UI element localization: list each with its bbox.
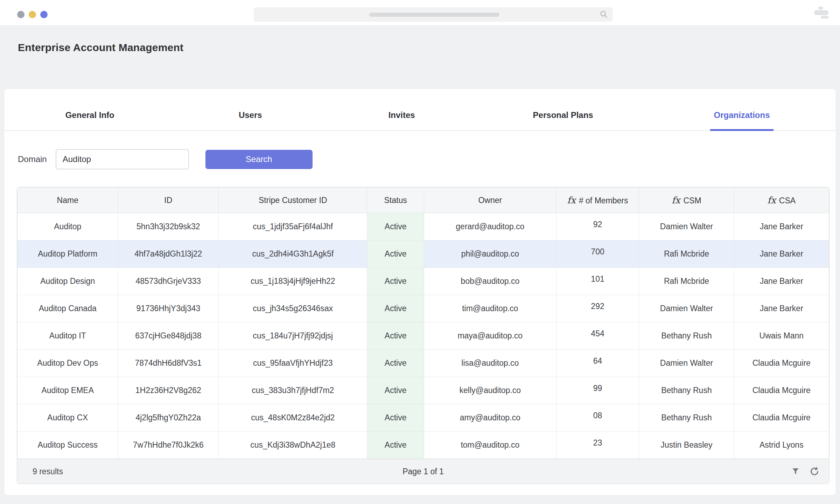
table-row[interactable]: Auditop Dev Ops7874dhH6d8fV3s1cus_95faaV… xyxy=(18,350,829,377)
cell-id: 7w7hHdhe7f0Jk2k6 xyxy=(118,432,219,459)
cell-csa: Astrid Lyons xyxy=(734,432,829,459)
cell-name: Auditop EMEA xyxy=(18,377,118,404)
tab-invites[interactable]: Invites xyxy=(325,110,478,130)
cell-status: Active xyxy=(367,213,424,240)
cell-csm: Justin Beasley xyxy=(639,432,734,459)
menu-bar-icon xyxy=(818,7,823,9)
cell-id: 48573dhGrjeV333 xyxy=(118,268,219,295)
tab-users[interactable]: Users xyxy=(175,110,325,130)
refresh-icon[interactable] xyxy=(810,467,819,476)
tab-label: Users xyxy=(235,110,266,131)
cell-owner: phil@auditop.co xyxy=(424,240,556,268)
cell-stripe_id: cus_184u7jH7jfj92jdjsj xyxy=(219,322,367,350)
window-menu-icon[interactable] xyxy=(814,7,828,19)
filter-icon[interactable] xyxy=(791,467,800,476)
cell-name: Auditop Success xyxy=(18,432,118,459)
cell-stripe_id: cus_Kdj3i38wDhA2j1e8 xyxy=(219,432,367,459)
search-button[interactable]: Search xyxy=(205,150,313,169)
cell-name: Auditop xyxy=(18,213,118,240)
cell-name: Auditop Dev Ops xyxy=(18,350,118,377)
table-row[interactable]: Auditop IT637cjHGe848jdj38cus_184u7jH7jf… xyxy=(18,322,829,350)
cell-id: 7874dhH6d8fV3s1 xyxy=(118,350,219,377)
column-header[interactable]: fxCSM xyxy=(639,188,734,213)
table-row[interactable]: Auditop CX4j2lg5fhgY0Zh22acus_48sK0M2z84… xyxy=(18,404,829,432)
tab-general-info[interactable]: General Info xyxy=(4,110,175,130)
cell-owner: tom@auditop.co xyxy=(424,432,556,459)
cell-status: Active xyxy=(367,404,424,432)
column-header[interactable]: Status xyxy=(367,188,424,213)
page-indicator: Page 1 of 1 xyxy=(17,467,829,476)
cell-members: 292 xyxy=(556,295,639,322)
cell-status: Active xyxy=(367,350,424,377)
domain-input[interactable] xyxy=(56,149,189,169)
cell-id: 4j2lg5fhgY0Zh22a xyxy=(118,404,219,432)
cell-owner: kelly@auditop.co xyxy=(424,377,556,404)
cell-stripe_id: cus_2dh4i4G3h1Agk5f xyxy=(219,240,367,268)
content-card: General InfoUsersInvitesPersonal PlansOr… xyxy=(4,89,836,495)
cell-name: Auditop Platform xyxy=(18,240,118,268)
domain-filter-row: Domain Search xyxy=(18,149,836,169)
table-row[interactable]: Auditop5hn3h3j32b9sk32cus_1jdjf35aFj6f4a… xyxy=(18,213,829,240)
cell-status: Active xyxy=(367,432,424,459)
cell-members: 700 xyxy=(556,240,639,268)
cell-status: Active xyxy=(367,322,424,350)
column-header[interactable]: ID xyxy=(118,188,219,213)
cell-stripe_id: cus_48sK0M2z84e2jd2 xyxy=(219,404,367,432)
tab-label: Invites xyxy=(385,110,419,131)
menu-bar-icon xyxy=(814,10,828,15)
table-row[interactable]: Auditop EMEA1H2z36H2V8g262cus_383u3h7jfj… xyxy=(18,377,829,404)
window-controls xyxy=(17,11,48,18)
column-header[interactable]: Name xyxy=(18,188,118,213)
cell-csa: Jane Barker xyxy=(734,268,829,295)
column-header[interactable]: Stripe Customer ID xyxy=(219,188,367,213)
window-dot-blue[interactable] xyxy=(40,11,48,18)
cell-name: Auditop Design xyxy=(18,268,118,295)
browser-bar xyxy=(0,0,840,25)
table-header-row: NameIDStripe Customer IDStatusOwnerfx# o… xyxy=(18,188,829,213)
cell-members: 101 xyxy=(556,268,639,295)
cell-owner: bob@auditop.co xyxy=(424,268,556,295)
search-icon xyxy=(599,10,609,19)
table-row[interactable]: Auditop Platform4hf7a48jdGh1l3j22cus_2dh… xyxy=(18,240,829,268)
cell-csa: Claudia Mcguire xyxy=(734,350,829,377)
column-header[interactable]: fx# of Members xyxy=(556,188,639,213)
page-title: Enterprise Account Management xyxy=(0,25,840,54)
tabs: General InfoUsersInvitesPersonal PlansOr… xyxy=(4,89,836,131)
organizations-table: NameIDStripe Customer IDStatusOwnerfx# o… xyxy=(17,187,830,484)
cell-csa: Uwais Mann xyxy=(734,322,829,350)
table-row[interactable]: Auditop Success7w7hHdhe7f0Jk2k6cus_Kdj3i… xyxy=(18,432,829,459)
cell-members: 64 xyxy=(556,350,639,377)
column-header[interactable]: fxCSA xyxy=(734,188,829,213)
cell-status: Active xyxy=(367,377,424,404)
table-row[interactable]: Auditop Canada91736HhjY3dj343cus_jh34s5g… xyxy=(18,295,829,322)
cell-csm: Damien Walter xyxy=(639,213,734,240)
cell-stripe_id: cus_1j183j4jHjf9jeHh22 xyxy=(219,268,367,295)
table-footer: 9 results Page 1 of 1 xyxy=(17,459,829,484)
cell-csa: Jane Barker xyxy=(734,295,829,322)
cell-stripe_id: cus_jh34s5g26346sax xyxy=(219,295,367,322)
cell-owner: gerard@auditop.co xyxy=(424,213,556,240)
cell-csm: Damien Walter xyxy=(639,295,734,322)
cell-id: 5hn3h3j32b9sk32 xyxy=(118,213,219,240)
tab-organizations[interactable]: Organizations xyxy=(648,110,836,130)
cell-members: 23 xyxy=(556,432,639,459)
cell-owner: amy@auditop.co xyxy=(424,404,556,432)
tab-label: General Info xyxy=(62,110,118,131)
address-bar[interactable] xyxy=(254,7,613,22)
menu-bar-icon xyxy=(821,16,828,19)
cell-members: 99 xyxy=(556,377,639,404)
cell-id: 1H2z36H2V8g262 xyxy=(118,377,219,404)
table-row[interactable]: Auditop Design48573dhGrjeV333cus_1j183j4… xyxy=(18,268,829,295)
formula-icon: fx xyxy=(672,195,680,205)
tab-personal-plans[interactable]: Personal Plans xyxy=(478,110,648,130)
cell-stripe_id: cus_383u3h7jfjHdf7m2 xyxy=(219,377,367,404)
formula-icon: fx xyxy=(567,195,576,205)
cell-owner: maya@auditop.co xyxy=(424,322,556,350)
cell-stripe_id: cus_1jdjf35aFj6f4alJhf xyxy=(219,213,367,240)
cell-members: 08 xyxy=(556,404,639,432)
column-header[interactable]: Owner xyxy=(424,188,556,213)
cell-stripe_id: cus_95faaVfjhYHdjf23 xyxy=(219,350,367,377)
address-placeholder-pill xyxy=(369,13,499,17)
window-dot-yellow[interactable] xyxy=(29,11,36,18)
window-dot-gray[interactable] xyxy=(17,11,24,18)
